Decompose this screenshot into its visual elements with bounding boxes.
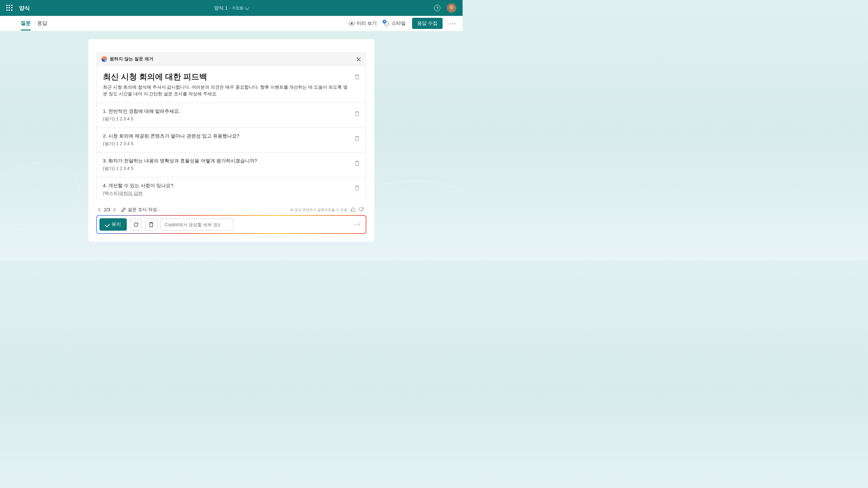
panel-header-title: 원하지 않는 질문 제거 (110, 56, 153, 62)
collect-responses-button[interactable]: 응답 수집 (412, 18, 442, 29)
question-content: 3. 화자가 전달하는 내용의 명확성과 효율성을 어떻게 평가하시겠습니까? … (103, 158, 348, 172)
main-container: 원하지 않는 질문 제거 최신 시청 회의에 대한 피드백 최근 시청 회의에 … (88, 39, 374, 242)
app-name: 양식 (19, 4, 30, 12)
question-content: 2. 시청 회의에 제공된 콘텐츠가 얼마나 관련성 있고 유용했나요? (평가… (103, 133, 348, 147)
preview-button[interactable]: 미리 보기 (349, 20, 377, 26)
panel-header: 원하지 않는 질문 제거 (96, 52, 366, 66)
chevron-down-icon (245, 5, 249, 9)
close-icon[interactable] (356, 57, 361, 62)
delete-icon[interactable] (354, 74, 360, 80)
copilot-icon (101, 56, 107, 62)
delete-icon[interactable] (354, 136, 360, 142)
top-right-controls: ? (434, 3, 456, 13)
sub-right-controls: 미리 보기 ✦ 스타일 응답 수집 ··· (349, 18, 456, 29)
check-icon (105, 222, 110, 227)
prev-page-icon[interactable] (98, 208, 102, 211)
bottom-controls: 2/3 설문 조사 작성... AI 생성 콘텐츠가 잘못되었을 수 있음 (96, 203, 366, 215)
question-type: (평가) 1 2 3 4 5 (103, 116, 348, 122)
regenerate-button[interactable] (130, 219, 142, 231)
sub-bar: 질문 응답 미리 보기 ✦ 스타일 응답 수집 ··· (0, 16, 463, 31)
avatar[interactable] (447, 3, 456, 13)
form-description: 최근 시청 회의에 참석해 주셔서 감사합니다. 여러분의 의견은 매우 중요합… (103, 84, 348, 97)
tabs: 질문 응답 (21, 16, 47, 30)
delete-icon[interactable] (354, 111, 360, 117)
refresh-icon (133, 222, 138, 227)
document-title[interactable]: 양식 1 - 저장됨 (214, 5, 248, 11)
preview-label: 미리 보기 (356, 20, 377, 26)
question-text: 3. 화자가 전달하는 내용의 명확성과 효율성을 어떻게 평가하시겠습니까? (103, 158, 348, 164)
style-icon: ✦ (383, 20, 390, 27)
style-label: 스타일 (392, 20, 406, 26)
ai-disclaimer: AI 생성 콘텐츠가 잘못되었을 수 있음 (290, 208, 347, 212)
next-page-icon[interactable] (112, 208, 116, 211)
question-type: (평가) 1 2 3 4 5 (103, 141, 348, 147)
pencil-icon (121, 208, 126, 212)
panel-header-left: 원하지 않는 질문 제거 (101, 56, 153, 62)
question-card-3[interactable]: 3. 화자가 전달하는 내용의 명확성과 효율성을 어떻게 평가하시겠습니까? … (97, 153, 365, 177)
question-card-1[interactable]: 1. 전반적인 경험에 대해 알려주세요. (평가) 1 2 3 4 5 (97, 103, 365, 127)
form-title-content: 최신 시청 회의에 대한 피드백 최근 시청 회의에 참석해 주셔서 감사합니다… (103, 71, 348, 97)
question-card-2[interactable]: 2. 시청 회의에 제공된 콘텐츠가 얼마나 관련성 있고 유용했나요? (평가… (97, 128, 365, 152)
delete-icon[interactable] (354, 160, 360, 166)
page-indicator: 2/3 (104, 207, 110, 212)
question-text: 2. 시청 회의에 제공된 콘텐츠가 얼마나 관련성 있고 유용했나요? (103, 133, 348, 139)
discard-button[interactable] (145, 219, 157, 231)
thumbs-down-icon[interactable] (359, 207, 364, 212)
edit-survey-button[interactable]: 설문 조사 작성... (121, 207, 160, 213)
form-title-card: 최신 시청 회의에 대한 피드백 최근 시청 회의에 참석해 주셔서 감사합니다… (97, 66, 365, 102)
app-launcher-icon[interactable] (6, 5, 13, 11)
submit-arrow-icon[interactable] (353, 222, 359, 227)
more-options-icon[interactable]: ··· (449, 20, 456, 27)
thumbs-up-icon[interactable] (350, 207, 355, 212)
question-text: 4. 개선할 수 있는 사항이 있나요? (103, 183, 348, 189)
question-content: 1. 전반적인 경험에 대해 알려주세요. (평가) 1 2 3 4 5 (103, 108, 348, 122)
action-row: 유지 (96, 215, 366, 234)
top-bar: 양식 양식 1 - 저장됨 ? (0, 0, 463, 16)
keep-button[interactable]: 유지 (99, 218, 127, 231)
pagination: 2/3 (99, 207, 115, 212)
form-panel: 원하지 않는 질문 제거 최신 시청 회의에 대한 피드백 최근 시청 회의에 … (96, 52, 366, 202)
keep-label: 유지 (112, 221, 121, 227)
copilot-input-wrapper (160, 219, 363, 231)
question-type: (평가) 1 2 3 4 5 (103, 166, 348, 172)
saved-status: - 저장됨 (230, 5, 243, 11)
question-card-4[interactable]: 4. 개선할 수 있는 사항이 있나요? (텍스트)귀하의 답변 (97, 178, 365, 202)
feedback-controls: AI 생성 콘텐츠가 잘못되었을 수 있음 (290, 207, 364, 212)
edit-survey-label: 설문 조사 작성... (128, 207, 160, 213)
question-text: 1. 전반적인 경험에 대해 알려주세요. (103, 108, 348, 114)
style-button[interactable]: ✦ 스타일 (383, 20, 406, 27)
copilot-input[interactable] (160, 219, 233, 231)
tab-responses[interactable]: 응답 (37, 16, 47, 30)
question-type: (텍스트)귀하의 답변 (103, 191, 348, 196)
help-icon[interactable]: ? (434, 5, 440, 11)
trash-icon (149, 222, 154, 227)
form-title: 최신 시청 회의에 대한 피드백 (103, 71, 348, 82)
form-title-text: 양식 1 (214, 5, 228, 11)
tab-questions[interactable]: 질문 (21, 16, 31, 30)
question-content: 4. 개선할 수 있는 사항이 있나요? (텍스트)귀하의 답변 (103, 183, 348, 196)
eye-icon (349, 22, 354, 25)
delete-icon[interactable] (354, 185, 360, 191)
